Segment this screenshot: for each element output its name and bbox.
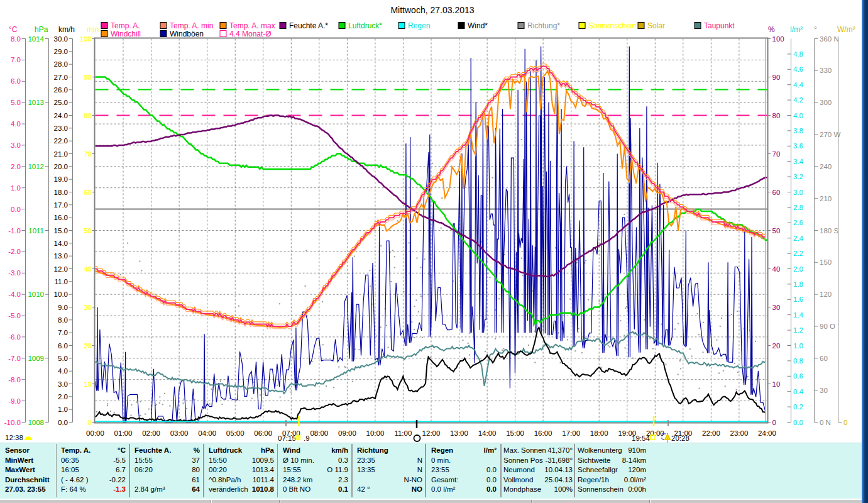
svg-text:Feuchte A.*: Feuchte A.* — [289, 21, 328, 30]
svg-text:4.2: 4.2 — [793, 96, 803, 104]
svg-text:-4.0: -4.0 — [8, 290, 21, 298]
svg-text:Regen: Regen — [408, 21, 430, 30]
svg-text:0.8: 0.8 — [793, 357, 803, 365]
svg-text:1014: 1014 — [28, 35, 44, 43]
svg-text:330: 330 — [820, 67, 832, 74]
svg-text:1.8: 1.8 — [793, 280, 803, 288]
svg-text:1008: 1008 — [28, 419, 44, 426]
svg-text:04:00: 04:00 — [198, 429, 216, 437]
svg-text:8.0: 8.0 — [11, 35, 21, 43]
svg-text:hPa: hPa — [35, 25, 48, 34]
svg-text:90: 90 — [772, 74, 781, 81]
svg-text:300: 300 — [820, 99, 832, 106]
svg-text:07:15: 07:15 — [278, 434, 296, 442]
svg-text:5.0: 5.0 — [11, 99, 21, 106]
svg-text:20:28: 20:28 — [671, 434, 689, 442]
svg-text:Temp. A. max: Temp. A. max — [229, 21, 275, 30]
svg-text:12:38: 12:38 — [5, 434, 23, 441]
svg-text:24.0: 24.0 — [54, 112, 68, 119]
svg-text:°: ° — [814, 25, 817, 34]
svg-text:17:00: 17:00 — [562, 429, 580, 437]
svg-text:100: 100 — [80, 35, 92, 43]
svg-text:11:00: 11:00 — [394, 429, 412, 437]
svg-text:3.0: 3.0 — [11, 141, 21, 149]
svg-text:80: 80 — [84, 112, 92, 119]
svg-text:7.0: 7.0 — [58, 329, 68, 336]
svg-text:2.0: 2.0 — [793, 265, 803, 273]
svg-text:13:00: 13:00 — [450, 429, 468, 437]
svg-text:0.4: 0.4 — [793, 388, 804, 395]
svg-text:4.0: 4.0 — [58, 367, 68, 375]
svg-text:19.0: 19.0 — [54, 175, 68, 183]
svg-text:1.6: 1.6 — [793, 296, 803, 303]
svg-text:1013: 1013 — [28, 99, 44, 106]
svg-text:16:00: 16:00 — [534, 429, 552, 437]
svg-text:4.0: 4.0 — [11, 120, 21, 128]
svg-text:1011: 1011 — [28, 227, 44, 235]
svg-text:30: 30 — [772, 304, 781, 311]
svg-text:l/m²: l/m² — [790, 25, 803, 34]
svg-text:01:00: 01:00 — [114, 429, 133, 437]
svg-text:80: 80 — [772, 112, 781, 119]
svg-text:17.0: 17.0 — [54, 201, 68, 209]
svg-text:Windchill: Windchill — [111, 30, 141, 38]
svg-text:270 W: 270 W — [820, 131, 840, 138]
svg-text:°C: °C — [9, 25, 18, 34]
svg-text:8.0: 8.0 — [58, 316, 68, 324]
svg-text:60: 60 — [820, 355, 828, 362]
svg-text:5.0: 5.0 — [58, 355, 68, 362]
svg-text:0: 0 — [843, 419, 847, 426]
svg-text:Luftdruck*: Luftdruck* — [348, 21, 382, 30]
svg-text:18:00: 18:00 — [590, 429, 608, 437]
svg-text:50: 50 — [772, 227, 781, 235]
svg-text:70: 70 — [772, 150, 781, 158]
svg-text:4.0: 4.0 — [793, 112, 803, 119]
svg-text:-2.0: -2.0 — [8, 248, 21, 255]
svg-text:2.0: 2.0 — [58, 393, 68, 401]
svg-text:km/h: km/h — [58, 25, 75, 34]
svg-text:00:00: 00:00 — [86, 429, 104, 437]
svg-text:0.0: 0.0 — [58, 419, 68, 426]
svg-text:9.0: 9.0 — [58, 304, 68, 311]
svg-text:100: 100 — [772, 35, 784, 43]
svg-text:60: 60 — [84, 189, 92, 196]
svg-text:3.8: 3.8 — [793, 127, 803, 135]
svg-text:-9.0: -9.0 — [8, 397, 21, 405]
svg-text:30: 30 — [820, 387, 828, 394]
svg-text:1010: 1010 — [28, 290, 44, 298]
svg-text:4.6: 4.6 — [793, 65, 803, 73]
svg-text:30: 30 — [84, 304, 92, 311]
svg-text:13.0: 13.0 — [54, 252, 68, 260]
svg-text:1.0: 1.0 — [793, 342, 803, 350]
svg-text:180 S: 180 S — [820, 227, 838, 235]
svg-text:4.4: 4.4 — [793, 81, 804, 89]
svg-text:3.0: 3.0 — [58, 380, 68, 388]
svg-text:40: 40 — [84, 265, 92, 273]
svg-text:0.2: 0.2 — [793, 403, 803, 411]
svg-text:.9: .9 — [304, 434, 310, 442]
svg-text:120: 120 — [820, 290, 832, 298]
svg-text:-5.0: -5.0 — [8, 312, 21, 319]
svg-text:2.4: 2.4 — [793, 235, 804, 242]
svg-text:150: 150 — [820, 258, 832, 266]
svg-text:20: 20 — [772, 342, 781, 350]
svg-text:02:00: 02:00 — [142, 429, 160, 437]
svg-text:210: 210 — [820, 195, 832, 202]
svg-text:70: 70 — [84, 150, 92, 158]
svg-text:30.0: 30.0 — [54, 35, 68, 43]
svg-text:60: 60 — [772, 189, 781, 196]
svg-text:22:00: 22:00 — [702, 429, 720, 437]
svg-text:23:00: 23:00 — [730, 429, 749, 437]
svg-text:26.0: 26.0 — [54, 86, 68, 94]
svg-text:29.0: 29.0 — [54, 48, 68, 55]
svg-text:-3.0: -3.0 — [8, 269, 21, 277]
svg-text:12:00: 12:00 — [422, 429, 441, 437]
svg-text:1.0: 1.0 — [58, 406, 68, 413]
svg-text:240: 240 — [820, 163, 832, 170]
svg-text:15.0: 15.0 — [54, 227, 68, 235]
svg-text:20: 20 — [84, 342, 92, 350]
svg-text:19:54: 19:54 — [632, 434, 650, 442]
svg-text:0.0: 0.0 — [793, 419, 803, 426]
svg-text:10: 10 — [84, 380, 92, 388]
svg-text:14.0: 14.0 — [54, 240, 68, 247]
